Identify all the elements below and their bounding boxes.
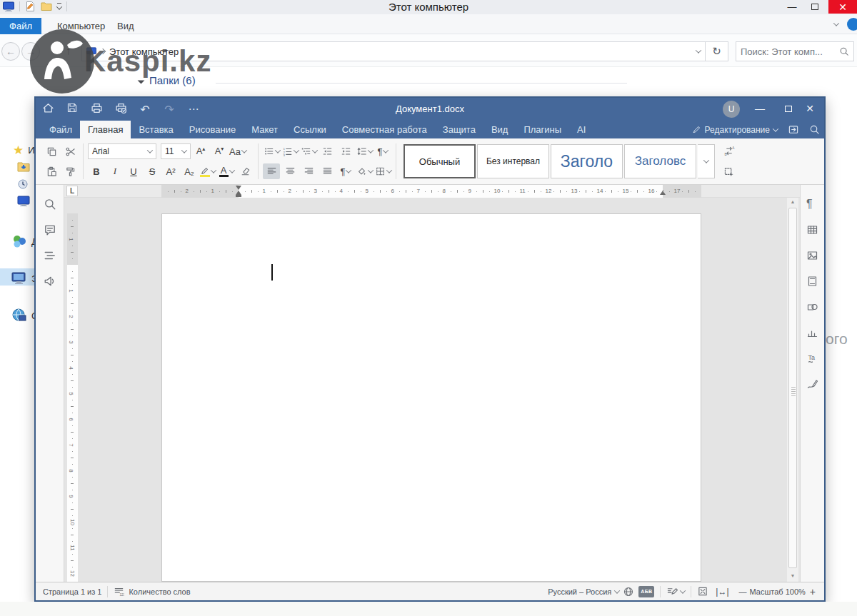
find-panel-button[interactable] xyxy=(44,198,56,213)
zoom-in-button[interactable]: + xyxy=(810,586,816,597)
search-icon[interactable] xyxy=(809,124,820,135)
spellcheck-toggle[interactable]: АБВ xyxy=(638,586,654,597)
tab-stop-selector[interactable]: L xyxy=(66,186,78,196)
sidebar-item-downloads[interactable] xyxy=(17,161,30,173)
paragraph-direction-button[interactable]: ¶ xyxy=(374,143,391,159)
style-heading1[interactable]: Заголо xyxy=(551,144,623,178)
tab-draw[interactable]: Рисование xyxy=(181,121,244,138)
open-file-location-icon[interactable] xyxy=(788,124,799,135)
zoom-out-button[interactable]: — xyxy=(739,587,747,596)
scroll-up-icon[interactable]: ▲ xyxy=(787,198,798,206)
editor-close-button[interactable]: ✕ xyxy=(796,98,824,121)
tab-ai[interactable]: AI xyxy=(569,121,593,138)
shape-settings-button[interactable] xyxy=(806,301,818,315)
tab-view[interactable]: Вид xyxy=(483,121,516,138)
cut-button[interactable] xyxy=(61,143,79,159)
underline-button[interactable]: U xyxy=(125,163,142,179)
decrease-indent-button[interactable] xyxy=(319,143,336,159)
sidebar-item-recent-places[interactable] xyxy=(17,178,30,190)
document-page[interactable] xyxy=(161,213,701,582)
find-replace-button[interactable]: AB xyxy=(721,143,738,158)
group-collapse-icon[interactable] xyxy=(138,77,145,84)
highlight-color-button[interactable] xyxy=(199,163,216,179)
shading-button[interactable] xyxy=(356,163,373,179)
numbered-list-button[interactable]: 123 xyxy=(281,143,299,159)
style-normal[interactable]: Обычный xyxy=(404,144,476,178)
first-line-indent-marker[interactable] xyxy=(236,186,241,190)
navigation-panel-button[interactable] xyxy=(44,249,56,265)
tab-insert[interactable]: Вставка xyxy=(131,121,181,138)
word-count-label[interactable]: Количество слов xyxy=(129,587,190,596)
bullet-list-button[interactable] xyxy=(263,143,280,159)
style-no-spacing[interactable]: Без интервал xyxy=(477,144,549,178)
tab-references[interactable]: Ссылки xyxy=(286,121,334,138)
user-avatar[interactable]: U xyxy=(723,101,740,118)
back-button[interactable]: ← xyxy=(1,42,20,61)
editor-minimize-button[interactable]: — xyxy=(746,98,774,121)
scroll-down-icon[interactable]: ▼ xyxy=(787,572,798,580)
image-settings-button[interactable] xyxy=(806,250,818,264)
left-indent-marker[interactable] xyxy=(236,195,241,197)
comments-panel-button[interactable] xyxy=(44,223,56,239)
page-indicator[interactable]: Страница 1 из 1 xyxy=(43,587,101,596)
nonprinting-chars-button[interactable]: ¶ xyxy=(337,163,354,179)
search-input[interactable]: Поиск: Этот комп... xyxy=(736,41,854,61)
refresh-button[interactable]: ↻ xyxy=(706,41,728,61)
address-dropdown-icon[interactable] xyxy=(696,47,701,53)
folders-group-header[interactable]: Папки (6) xyxy=(139,74,196,86)
tab-collaboration[interactable]: Совместная работа xyxy=(334,121,435,138)
paragraph-settings-button[interactable]: ¶ xyxy=(806,198,813,211)
align-left-button[interactable] xyxy=(263,163,280,179)
explorer-minimize-button[interactable]: — xyxy=(781,0,803,14)
borders-button[interactable] xyxy=(374,163,391,179)
line-spacing-button[interactable] xyxy=(356,143,373,159)
explorer-computer-tab[interactable]: Компьютер xyxy=(57,21,105,31)
font-size-select[interactable]: 11 xyxy=(161,143,191,159)
font-color-button[interactable]: А xyxy=(218,163,235,179)
table-settings-button[interactable] xyxy=(806,224,818,238)
fit-width-icon[interactable]: |↔| xyxy=(716,587,728,597)
format-painter-button[interactable] xyxy=(61,163,79,179)
tab-plugins[interactable]: Плагины xyxy=(516,121,569,138)
font-family-select[interactable]: Arial xyxy=(88,143,156,159)
language-selector[interactable]: Русский – Россия xyxy=(548,586,634,597)
search-icon[interactable] xyxy=(839,46,849,56)
track-changes-button[interactable] xyxy=(666,586,685,597)
signature-settings-button[interactable] xyxy=(806,378,818,393)
clear-formatting-button[interactable] xyxy=(236,163,254,179)
fit-page-icon[interactable] xyxy=(697,586,708,597)
tab-layout[interactable]: Макет xyxy=(244,121,286,138)
subscript-button[interactable]: A₂ xyxy=(181,163,198,179)
vertical-ruler[interactable]: 1123456789101112 xyxy=(67,213,78,582)
align-center-button[interactable] xyxy=(281,163,299,179)
help-icon[interactable] xyxy=(847,18,857,31)
text-art-settings-button[interactable]: Ta xyxy=(806,353,818,367)
horizontal-ruler[interactable]: 211234567891011121314151617 xyxy=(161,185,701,198)
up-button[interactable]: ↑ xyxy=(66,44,71,56)
strikethrough-button[interactable]: S xyxy=(144,163,161,179)
style-heading2[interactable]: Заголовс xyxy=(624,144,696,178)
align-justify-button[interactable] xyxy=(319,163,336,179)
explorer-view-tab[interactable]: Вид xyxy=(117,21,134,31)
sidebar-item-desktop[interactable] xyxy=(17,196,30,207)
tab-protection[interactable]: Защита xyxy=(435,121,483,138)
chart-settings-button[interactable] xyxy=(806,327,818,341)
bold-button[interactable]: B xyxy=(88,163,105,179)
superscript-button[interactable]: A² xyxy=(162,163,179,179)
forward-button[interactable]: → xyxy=(21,42,40,61)
header-footer-settings-button[interactable] xyxy=(806,276,818,290)
explorer-maximize-button[interactable] xyxy=(804,0,826,14)
style-gallery-expand-button[interactable] xyxy=(698,144,715,178)
align-right-button[interactable] xyxy=(300,163,317,179)
select-all-button[interactable] xyxy=(721,164,738,180)
explorer-file-tab[interactable]: Файл xyxy=(0,18,41,34)
explorer-close-button[interactable]: ✕ xyxy=(828,0,857,14)
grow-font-button[interactable]: A▴ xyxy=(192,143,209,159)
increase-indent-button[interactable] xyxy=(337,143,354,159)
change-case-button[interactable]: Aa xyxy=(229,143,246,159)
globe-icon[interactable] xyxy=(623,586,634,597)
copy-button[interactable] xyxy=(43,143,60,159)
feedback-button[interactable] xyxy=(44,275,56,291)
paste-button[interactable] xyxy=(43,163,60,179)
italic-button[interactable]: I xyxy=(106,163,124,179)
